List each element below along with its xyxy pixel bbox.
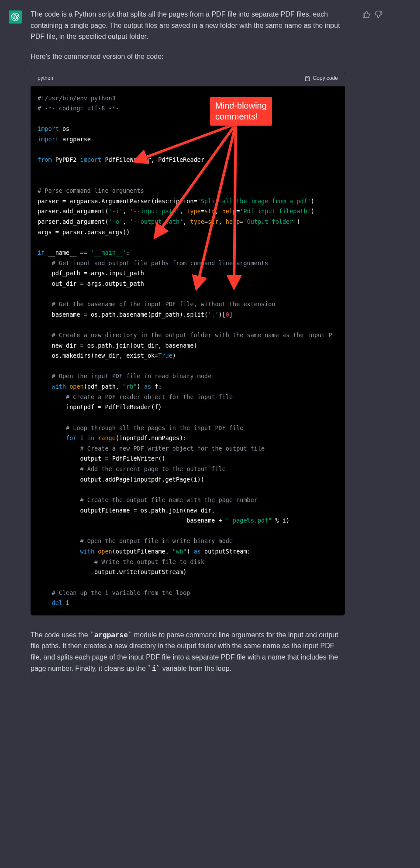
outro-text-3: variable from the loop. [160,665,231,672]
assistant-avatar [9,10,22,24]
code-block: python Copy code #!/usr/bin/env python3 … [31,71,345,615]
thumbs-up-icon [362,10,370,18]
clipboard-icon [304,75,310,82]
thumbs-down-icon [375,10,382,18]
intro-paragraph: The code is a Python script that splits … [31,9,345,42]
outro-text-1: The code uses the [31,631,90,639]
outro-paragraph: The code uses the `argparse` module to p… [31,629,345,674]
code-body[interactable]: #!/usr/bin/env python3 # -*- coding: utf… [31,86,345,615]
inline-code-argparse: `argparse` [90,631,132,639]
thumbs-down-button[interactable] [375,10,382,22]
svg-rect-0 [306,76,308,77]
copy-code-label: Copy code [313,74,338,82]
second-paragraph: Here's the commented version of the code… [31,51,345,62]
message-content: The code is a Python script that splits … [31,9,345,683]
annotation-callout: Mind-blowing comments! [210,97,272,126]
openai-logo-icon [11,13,20,21]
assistant-message: The code is a Python script that splits … [0,9,420,683]
thumbs-up-button[interactable] [362,10,370,22]
code-header: python Copy code [31,71,345,86]
code-language-label: python [38,74,53,82]
copy-code-button[interactable]: Copy code [304,74,338,82]
inline-code-i: `i` [148,664,160,673]
feedback-buttons [362,10,382,22]
